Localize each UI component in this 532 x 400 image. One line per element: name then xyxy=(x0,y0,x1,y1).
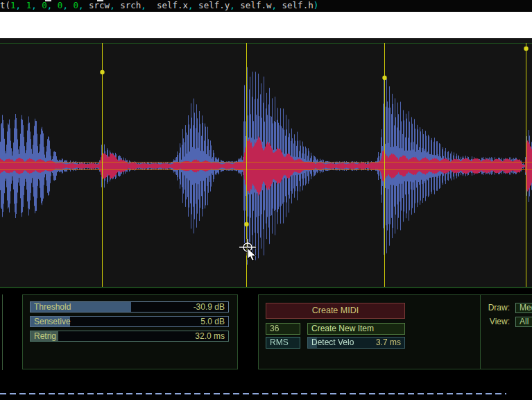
code-token: srch xyxy=(120,0,141,10)
code-token: ) xyxy=(314,0,319,10)
code-token: self.y xyxy=(198,0,230,10)
create-new-item-button[interactable]: Create New Item xyxy=(307,323,405,335)
draw-option-row: Draw: Med xyxy=(481,303,532,313)
create-midi-button[interactable]: Create MIDI xyxy=(266,303,405,319)
view-options-panel: Draw: Med View: All xyxy=(480,294,532,369)
slider-retrig[interactable]: Retrig32.0 ms xyxy=(30,331,229,342)
view-label: View: xyxy=(490,317,510,326)
artifact-mark xyxy=(45,0,51,1)
code-token: , xyxy=(141,0,157,10)
detect-velo-slider[interactable]: Detect Velo 3.7 ms xyxy=(307,337,405,349)
code-token: t( xyxy=(0,0,10,10)
bottom-dashed-line xyxy=(0,393,506,394)
view-select[interactable]: All xyxy=(515,317,532,327)
code-token: srcw xyxy=(89,0,110,10)
left-cutoff-panel-edge xyxy=(2,294,3,370)
code-token: , xyxy=(47,0,58,10)
slider-threshold[interactable]: Threshold-30.9 dB xyxy=(30,301,229,312)
slider-label: Sensetive xyxy=(34,317,71,326)
code-token: 0 xyxy=(73,0,78,10)
detection-settings-panel: Threshold-30.9 dBSensetive5.0 dBRetrig32… xyxy=(22,294,238,369)
code-token: , xyxy=(230,0,240,10)
slider-label: Retrig xyxy=(34,331,56,341)
code-line: t(1, 1, 0, 0, 0, srcw, srch, self.x, sel… xyxy=(0,0,532,12)
code-token: , xyxy=(271,0,282,10)
slider-label: Threshold xyxy=(34,302,71,312)
draw-label: Draw: xyxy=(488,303,510,312)
transient-detector-window: t(1, 1, 0, 0, 0, srcw, srch, self.x, sel… xyxy=(0,0,532,400)
view-option-row: View: All xyxy=(481,317,532,327)
detect-velo-label: Detect Velo xyxy=(311,338,354,348)
midi-note-box[interactable]: 36 xyxy=(266,323,300,335)
code-token: self.x xyxy=(157,0,188,10)
slider-value: 32.0 ms xyxy=(195,331,225,341)
white-band xyxy=(0,12,532,38)
midi-panel: Create MIDI 36 Create New Item RMS Detec… xyxy=(258,294,486,369)
code-token: self.w xyxy=(240,0,271,10)
detection-mode-box[interactable]: RMS xyxy=(266,337,300,349)
artifact-mark xyxy=(97,0,103,1)
code-token: , xyxy=(31,0,42,10)
code-token: self.h xyxy=(282,0,314,10)
slider-value: -30.9 dB xyxy=(194,302,225,312)
draw-select[interactable]: Med xyxy=(515,303,532,313)
code-token: 1 xyxy=(10,0,16,10)
waveform-display[interactable] xyxy=(0,38,532,288)
detect-velo-value: 3.7 ms xyxy=(376,338,401,348)
code-token: 0 xyxy=(42,0,47,10)
code-token: , xyxy=(110,0,120,10)
code-token: , xyxy=(62,0,73,10)
slider-value: 5.0 dB xyxy=(200,317,225,326)
code-token: , xyxy=(188,0,198,10)
code-token: , xyxy=(78,0,89,10)
slider-sensetive[interactable]: Sensetive5.0 dB xyxy=(30,316,229,327)
code-token: , xyxy=(16,0,26,10)
